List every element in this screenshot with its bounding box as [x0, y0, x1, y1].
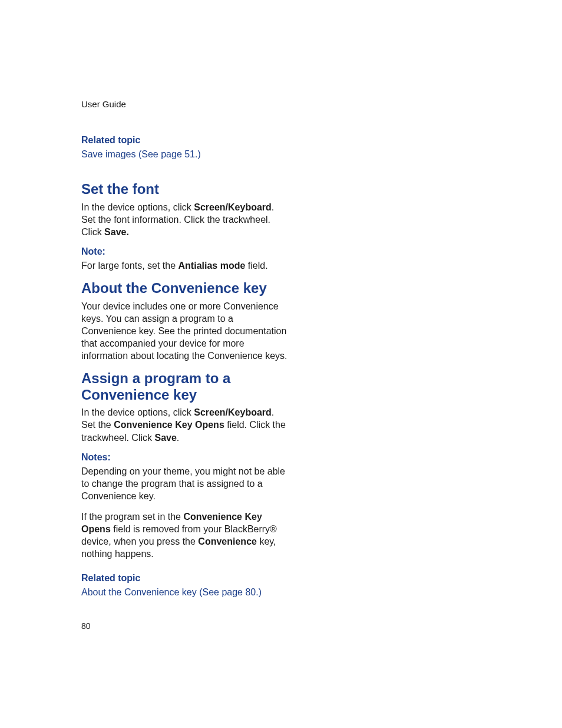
bold-term-screen-keyboard: Screen/Keyboard — [194, 202, 272, 212]
related-topic-heading-2: Related topic — [81, 573, 290, 584]
text-run: In the device options, click — [81, 202, 194, 212]
note-paragraph: For large fonts, set the Antialias mode … — [81, 259, 290, 272]
content-column: User Guide Related topic Save images (Se… — [81, 99, 290, 598]
notes-label: Notes: — [81, 452, 290, 463]
notes-paragraph-1: Depending on your theme, you might not b… — [81, 465, 290, 502]
bold-term-conv-key-opens: Convenience Key Opens — [114, 420, 224, 430]
document-page: User Guide Related topic Save images (Se… — [0, 0, 562, 728]
page-number: 80 — [81, 621, 91, 631]
section-title-about-convenience: About the Convenience key — [81, 280, 290, 297]
text-run: In the device options, click — [81, 407, 194, 417]
text-run: field. — [245, 261, 267, 271]
related-topic-heading-1: Related topic — [81, 135, 290, 146]
assign-program-paragraph: In the device options, click Screen/Keyb… — [81, 406, 290, 443]
section-title-assign-program: Assign a program to a Convenience key — [81, 370, 290, 403]
about-convenience-paragraph: Your device includes one or more Conveni… — [81, 300, 290, 363]
running-header: User Guide — [81, 99, 290, 109]
related-topic-link-2[interactable]: About the Convenience key (See page 80.) — [81, 587, 290, 598]
bold-term-antialias: Antialias mode — [178, 261, 246, 271]
set-font-paragraph: In the device options, click Screen/Keyb… — [81, 201, 290, 238]
related-topic-link-1[interactable]: Save images (See page 51.) — [81, 149, 290, 160]
text-run: For large fonts, set the — [81, 261, 178, 271]
bold-term-save: Save. — [104, 227, 129, 237]
bold-term-screen-keyboard: Screen/Keyboard — [194, 407, 272, 417]
section-title-set-font: Set the font — [81, 181, 290, 197]
bold-term-save: Save — [154, 433, 176, 443]
bold-term-convenience: Convenience — [198, 536, 257, 546]
text-run: If the program set in the — [81, 512, 183, 522]
text-run: . — [177, 433, 179, 443]
note-label: Note: — [81, 246, 290, 257]
notes-paragraph-2: If the program set in the Convenience Ke… — [81, 510, 290, 560]
